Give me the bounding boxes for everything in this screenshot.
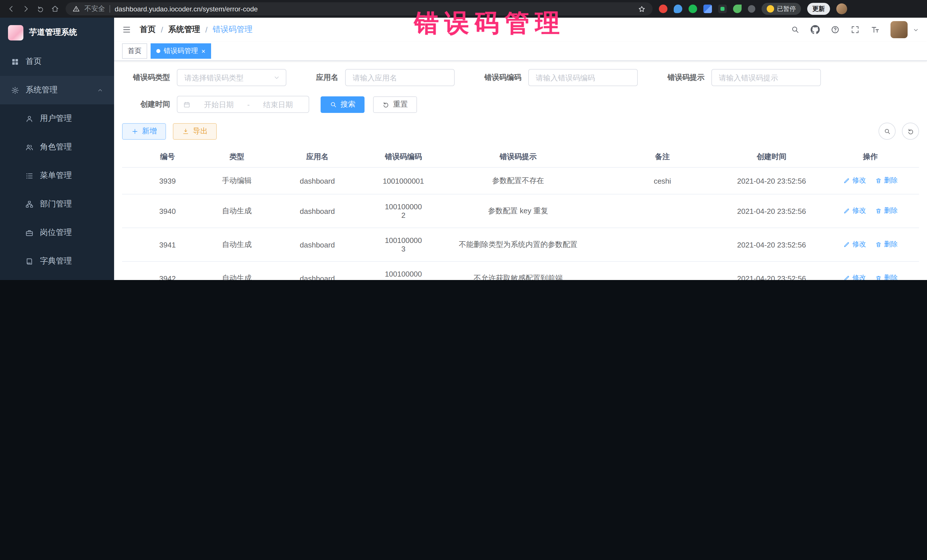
main-area: 首页 / 系统管理 / 错误码管理 首页 (114, 18, 927, 280)
tags-view-bar: 首页 错误码管理 × (114, 42, 927, 61)
reset-button[interactable]: 重置 (373, 96, 417, 112)
extension-leaf-icon[interactable] (733, 5, 742, 13)
date-range-picker[interactable]: - (177, 96, 309, 113)
app-name-input[interactable] (351, 73, 448, 82)
reload-icon[interactable] (36, 5, 44, 13)
sidebar-item-roles[interactable]: 角色管理 (0, 133, 114, 161)
browser-update-button[interactable]: 更新 (807, 3, 830, 15)
delete-link[interactable]: 删除 (875, 240, 898, 249)
extension-red-icon[interactable] (659, 5, 667, 13)
fullscreen-icon[interactable] (851, 25, 860, 34)
extension-drop-icon[interactable] (674, 5, 682, 13)
page-content: 错误码类型 应用名 错误码编码 (114, 61, 927, 280)
sidebar-item-system[interactable]: 系统管理 (0, 76, 114, 104)
sidebar-logo[interactable]: 芋道管理系统 (0, 18, 114, 47)
col-message: 错误码提示 (433, 147, 603, 167)
download-icon (182, 127, 189, 135)
sidebar-item-label: 岗位管理 (40, 228, 72, 238)
toggle-search-button[interactable] (878, 123, 896, 140)
tab-error-code[interactable]: 错误码管理 × (150, 43, 211, 59)
extension-switch-icon[interactable] (718, 5, 727, 13)
sidebar-item-positions[interactable]: 岗位管理 (0, 219, 114, 247)
hamburger-icon (122, 25, 131, 34)
delete-link[interactable]: 删除 (875, 176, 898, 186)
delete-link[interactable]: 删除 (875, 206, 898, 216)
back-icon[interactable] (7, 5, 15, 13)
active-dot-icon (156, 49, 160, 53)
cell-id: 3939 (122, 167, 213, 194)
edit-label: 修改 (852, 240, 866, 249)
cell-remark (603, 194, 722, 228)
error-message-input[interactable] (718, 73, 815, 82)
close-icon[interactable]: × (201, 48, 205, 55)
sidebar-item-menus[interactable]: 菜单管理 (0, 161, 114, 190)
search-icon (330, 101, 337, 108)
extension-grid-icon[interactable] (704, 5, 712, 13)
github-icon[interactable] (811, 25, 820, 34)
edit-link[interactable]: 修改 (843, 176, 866, 186)
edit-link[interactable]: 修改 (843, 240, 866, 249)
extension-green-icon[interactable] (688, 5, 697, 13)
delete-link[interactable]: 删除 (875, 273, 898, 280)
home-icon[interactable] (51, 5, 59, 13)
error-type-select[interactable] (177, 69, 286, 86)
error-message-field[interactable] (711, 69, 821, 86)
user-avatar[interactable] (891, 21, 907, 38)
trash-icon (875, 275, 881, 280)
add-button[interactable]: 新增 (122, 123, 166, 140)
breadcrumb: 首页 / 系统管理 / 错误码管理 (140, 24, 253, 35)
breadcrumb-home[interactable]: 首页 (140, 24, 156, 35)
error-type-input[interactable] (183, 73, 270, 82)
sidebar-item-home[interactable]: 首页 (0, 47, 114, 76)
paused-label: 已暂停 (777, 5, 796, 13)
font-size-icon[interactable] (871, 25, 880, 34)
cell-code: 100100000 4 (374, 261, 433, 280)
breadcrumb-current: 错误码管理 (213, 24, 253, 35)
list-icon (25, 171, 33, 180)
forward-icon[interactable] (22, 5, 30, 13)
breadcrumb-system[interactable]: 系统管理 (168, 24, 200, 35)
browser-avatar[interactable] (836, 3, 847, 14)
search-icon (883, 127, 891, 135)
chevron-down-icon[interactable] (913, 27, 919, 33)
delete-label: 删除 (884, 206, 898, 216)
sidebar-fold-button[interactable] (122, 25, 131, 34)
sidebar-item-users[interactable]: 用户管理 (0, 104, 114, 133)
help-icon[interactable] (831, 25, 840, 34)
briefcase-icon (25, 228, 33, 237)
edit-label: 修改 (852, 273, 866, 280)
sidebar-item-label: 菜单管理 (40, 170, 72, 181)
extension-pin-icon[interactable] (746, 4, 757, 14)
app-name-field[interactable] (345, 69, 454, 86)
end-date-input[interactable] (253, 100, 303, 109)
export-button[interactable]: 导出 (173, 123, 217, 140)
search-icon[interactable] (791, 25, 800, 34)
refresh-table-button[interactable] (902, 123, 919, 140)
edit-link[interactable]: 修改 (843, 273, 866, 280)
sidebar-item-departments[interactable]: 部门管理 (0, 190, 114, 219)
sidebar: 芋道管理系统 首页 系统管理 用户管理 角色管理 (0, 18, 114, 280)
delete-label: 删除 (884, 176, 898, 186)
profile-paused-badge[interactable]: 已暂停 (761, 3, 801, 15)
col-type: 类型 (213, 147, 261, 167)
url-text: dashboard.yudao.iocoder.cn/system/error-… (115, 5, 258, 13)
cell-remark: ceshi (603, 167, 722, 194)
filter-message: 错误码提示 (667, 69, 821, 86)
start-date-input[interactable] (194, 100, 244, 109)
trash-icon (875, 241, 881, 248)
bookmark-star-icon[interactable] (638, 5, 646, 13)
sidebar-item-notices[interactable]: 通知公告 (0, 275, 114, 280)
search-button[interactable]: 搜索 (321, 96, 365, 112)
cell-code: 100100000 3 (374, 228, 433, 261)
error-code-field[interactable] (528, 69, 638, 86)
sidebar-item-dictionary[interactable]: 字典管理 (0, 247, 114, 275)
filter-type: 错误码类型 (122, 69, 286, 86)
cell-actions: 修改 删除 (822, 167, 919, 194)
cell-remark (603, 261, 722, 280)
tab-home[interactable]: 首页 (122, 43, 147, 59)
refresh-icon (907, 127, 914, 135)
error-code-input[interactable] (535, 73, 632, 82)
edit-link[interactable]: 修改 (843, 206, 866, 216)
edit-label: 修改 (852, 206, 866, 216)
col-app: 应用名 (261, 147, 374, 167)
